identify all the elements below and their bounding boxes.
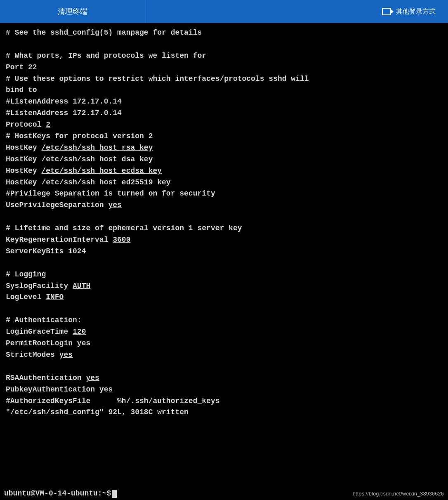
terminal-line: PermitRootLogin yes <box>6 338 442 349</box>
prompt-area: ubuntu@VM-0-14-ubuntu:~$ <box>4 488 117 500</box>
terminal-line: KeyRegenerationInterval 3600 <box>6 234 442 246</box>
terminal-line: LogLevel INFO <box>6 292 442 303</box>
terminal-line: bind to <box>6 85 442 96</box>
terminal-line: # See the sshd_config(5) manpage for det… <box>6 27 442 39</box>
terminal-line: #ListenAddress 172.17.0.14 <box>6 96 442 108</box>
terminal-line: # Authentication: <box>6 315 442 326</box>
clear-terminal-button[interactable]: 清理终端 <box>0 0 146 23</box>
prompt-text: ubuntu@VM-0-14-ubuntu:~$ <box>4 488 111 500</box>
terminal-line: # What ports, IPs and protocols we liste… <box>6 50 442 62</box>
terminal-line <box>6 39 442 50</box>
terminal-line: # HostKeys for protocol version 2 <box>6 131 442 142</box>
terminal-line: HostKey /etc/ssh/ssh_host_ed25519_key <box>6 177 442 189</box>
terminal-line: RSAAuthentication yes <box>6 373 442 384</box>
url-area: https://blog.csdn.net/weixin_38936626 <box>353 488 444 500</box>
terminal-line: PubkeyAuthentication yes <box>6 384 442 396</box>
terminal-line: # Use these options to restrict which in… <box>6 73 442 85</box>
terminal-line: HostKey /etc/ssh/ssh_host_ecdsa_key <box>6 165 442 177</box>
terminal-line: "/etc/ssh/sshd_config" 92L, 3018C writte… <box>6 407 442 418</box>
terminal-line <box>6 361 442 373</box>
terminal-line <box>6 303 442 315</box>
terminal-line: Port 22 <box>6 62 442 73</box>
terminal-line: #ListenAddress 172.17.0.14 <box>6 108 442 119</box>
terminal-line: ServerKeyBits 1024 <box>6 246 442 257</box>
terminal-line: #Privilege Separation is turned on for s… <box>6 188 442 200</box>
terminal-line: # Lifetime and size of ephemeral version… <box>6 223 442 234</box>
terminal-line: HostKey /etc/ssh/ssh_host_rsa_key <box>6 142 442 154</box>
terminal-line: #AuthorizedKeysFile %h/.ssh/authorized_k… <box>6 396 442 407</box>
terminal-line: UsePrivilegeSeparation yes <box>6 200 442 211</box>
url-text: https://blog.csdn.net/weixin_38936626 <box>353 491 444 497</box>
other-login-button[interactable]: 其他登录方式 <box>146 0 448 23</box>
terminal-line: LoginGraceTime 120 <box>6 326 442 338</box>
terminal-line <box>6 257 442 269</box>
terminal-line: StrictModes yes <box>6 349 442 361</box>
login-icon <box>382 8 391 15</box>
bottom-bar: ubuntu@VM-0-14-ubuntu:~$ https://blog.cs… <box>0 488 448 500</box>
terminal-line <box>6 211 442 223</box>
terminal-line: SyslogFacility AUTH <box>6 281 442 292</box>
terminal-line: HostKey /etc/ssh/ssh_host_dsa_key <box>6 154 442 165</box>
cursor <box>112 490 117 498</box>
top-bar: 清理终端 其他登录方式 <box>0 0 448 23</box>
terminal-line: Protocol 2 <box>6 119 442 131</box>
terminal: # See the sshd_config(5) manpage for det… <box>0 23 448 500</box>
terminal-line: # Logging <box>6 269 442 281</box>
